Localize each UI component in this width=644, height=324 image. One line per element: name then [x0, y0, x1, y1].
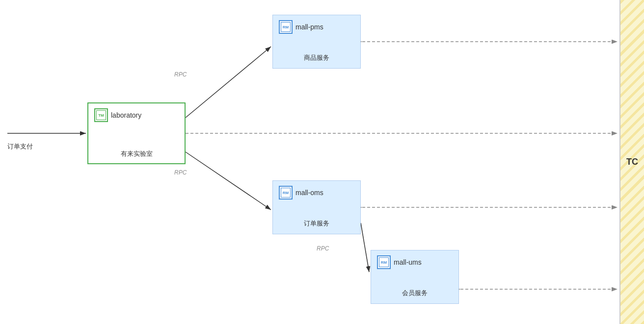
entry-label: 订单支付 — [7, 142, 33, 151]
mall-pms-sub-label: 商品服务 — [304, 53, 329, 62]
lab-box-header: TM laboratory — [94, 108, 141, 122]
mall-ums-icon: RM — [377, 255, 391, 269]
rpc-label-3: RPC — [317, 245, 329, 252]
svg-line-6 — [186, 152, 271, 210]
mall-oms-sub-label: 订单服务 — [304, 219, 329, 228]
diagram-container: TC — [0, 0, 644, 324]
tc-panel: TC — [619, 0, 644, 324]
mall-ums-sub-label: 会员服务 — [402, 289, 428, 298]
mall-oms-name: mall-oms — [295, 189, 323, 197]
mall-pms-name: mall-pms — [295, 23, 323, 31]
rpc-label-1: RPC — [174, 71, 187, 78]
mall-oms-box: RM mall-oms 订单服务 — [272, 180, 361, 234]
mall-pms-icon: RM — [279, 20, 293, 34]
mall-oms-icon: RM — [279, 186, 293, 199]
svg-line-5 — [186, 47, 271, 118]
mall-ums-header: RM mall-ums — [377, 255, 422, 269]
lab-name: laboratory — [111, 111, 141, 119]
svg-line-7 — [361, 223, 369, 272]
rpc-label-2: RPC — [174, 169, 187, 176]
lab-sub-label: 有来实验室 — [121, 150, 153, 158]
lab-box: TM laboratory 有来实验室 — [87, 102, 186, 164]
mall-ums-name: mall-ums — [394, 258, 422, 266]
tc-label: TC — [626, 157, 638, 167]
lab-icon: TM — [94, 108, 108, 122]
mall-pms-header: RM mall-pms — [279, 20, 323, 34]
mall-oms-header: RM mall-oms — [279, 186, 323, 199]
mall-pms-box: RM mall-pms 商品服务 — [272, 15, 361, 69]
mall-ums-box: RM mall-ums 会员服务 — [371, 250, 459, 304]
